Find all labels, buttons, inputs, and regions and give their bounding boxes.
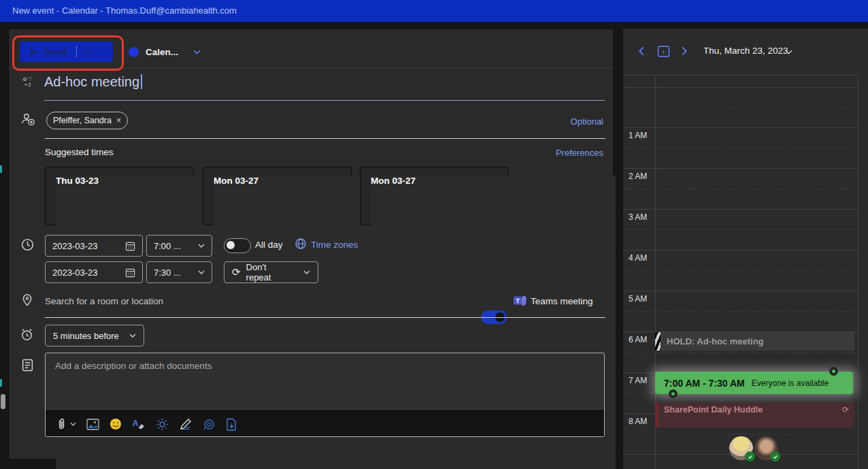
- teams-icon: T: [513, 293, 528, 308]
- calendar-color-dot: [129, 47, 139, 57]
- format-text-button[interactable]: A: [132, 418, 146, 430]
- send-button[interactable]: Send: [20, 42, 113, 62]
- calendar-picker-chevron-icon[interactable]: [193, 50, 201, 54]
- busy-event-title: SharePoint Daily Huddle: [664, 405, 854, 415]
- repeat-dropdown[interactable]: ⟳ Don't repeat: [224, 261, 318, 283]
- preferences-link[interactable]: Preferences: [556, 148, 603, 158]
- hour-label: 1 AM: [629, 131, 647, 140]
- window-titlebar: New event - Calendar - Thomas.Duff@cambi…: [0, 0, 868, 22]
- insert-image-button[interactable]: [86, 419, 99, 430]
- accepted-check-icon: [745, 451, 755, 462]
- hour-label: 6 AM: [629, 335, 647, 344]
- description-box: Add a description or attach documents A: [45, 353, 605, 437]
- grid-right-border: [858, 75, 858, 469]
- hour-line: [623, 127, 858, 128]
- draw-button[interactable]: [179, 418, 193, 430]
- location-pin-icon: [20, 293, 34, 307]
- all-day-toggle[interactable]: [224, 238, 251, 253]
- next-day-chevron-icon[interactable]: [682, 46, 688, 56]
- svg-text:T: T: [516, 297, 520, 304]
- suggested-times-heading: Suggested times: [45, 147, 114, 157]
- half-hour-line: [623, 352, 858, 353]
- start-time-dropdown[interactable]: 7:00 ...: [146, 235, 212, 257]
- resize-handle-bottom[interactable]: [669, 389, 678, 398]
- hour-line: [623, 250, 858, 250]
- remove-attendee-icon[interactable]: ×: [116, 116, 121, 125]
- end-date-field[interactable]: 2023-03-23: [45, 261, 143, 283]
- half-hour-line: [623, 434, 858, 434]
- hour-label: 4 AM: [629, 253, 647, 263]
- suggested-time-card[interactable]: Thu 03-23 12:00 PM - 12:30 PM Available:…: [45, 167, 194, 225]
- start-time-value: 7:00 ...: [154, 241, 181, 251]
- suggested-time-card[interactable]: Mon 03-27 7:00 AM - 7:30 AM Available: E…: [203, 167, 352, 225]
- document-download-icon: [226, 418, 237, 431]
- busy-event[interactable]: SharePoint Daily Huddle ⟳: [655, 402, 854, 427]
- edge-marker: [0, 165, 2, 173]
- go-to-today-icon[interactable]: [657, 45, 670, 58]
- attach-file-button[interactable]: [55, 417, 76, 431]
- event-title-input[interactable]: Ad-hoc meeting: [44, 74, 142, 90]
- reminder-dropdown[interactable]: 5 minutes before: [45, 325, 144, 346]
- pen-icon: [179, 418, 193, 430]
- teams-meeting-label: Teams meeting: [531, 296, 593, 306]
- hour-line: [623, 209, 858, 210]
- loop-icon: [203, 418, 216, 431]
- sun-icon: [156, 418, 169, 431]
- end-date-value: 2023-03-23: [52, 268, 98, 278]
- send-label: Send: [44, 47, 67, 57]
- reminder-value: 5 minutes before: [53, 331, 119, 341]
- location-divider: [45, 317, 605, 318]
- send-options-chevron-icon[interactable]: [84, 50, 91, 54]
- loop-component-button[interactable]: [203, 418, 216, 431]
- previous-day-chevron-icon[interactable]: [638, 46, 644, 56]
- accepted-check-icon: [770, 451, 780, 462]
- description-input[interactable]: Add a description or attach documents: [46, 353, 604, 410]
- half-hour-line: [623, 189, 858, 189]
- chevron-down-icon: [70, 422, 76, 426]
- attendee-avatar[interactable]: [729, 436, 753, 460]
- title-underline: [44, 100, 605, 101]
- date-picker-icon[interactable]: [125, 241, 135, 251]
- chevron-down-icon: [303, 270, 310, 274]
- time-zones-link[interactable]: Time zones: [311, 240, 358, 250]
- paperclip-icon: [55, 417, 67, 431]
- day-view-date[interactable]: Thu, March 23, 2023: [703, 46, 788, 56]
- clock-icon: [20, 238, 35, 252]
- chevron-down-icon: [198, 244, 205, 248]
- left-scrollbar-thumb[interactable]: [1, 394, 5, 409]
- editor-button[interactable]: [156, 418, 169, 431]
- resize-handle-top[interactable]: [829, 367, 838, 376]
- half-hour-line: [623, 270, 858, 271]
- chevron-down-icon: [198, 270, 205, 274]
- svg-text:A: A: [133, 419, 139, 428]
- emoji-button[interactable]: [110, 418, 122, 430]
- all-day-label: All day: [255, 240, 283, 250]
- event-emoji-icon[interactable]: ⊘♡+2: [22, 77, 33, 88]
- half-hour-line: [623, 311, 858, 312]
- event-compose-panel: Send Calen... ⊘♡+2 Ad-hoc meeting Pfeiff…: [8, 29, 614, 459]
- attendee-chip[interactable]: Pfeiffer, Sandra ×: [46, 112, 128, 129]
- selected-time-slot[interactable]: 7:00 AM - 7:30 AM Everyone is available: [655, 372, 853, 394]
- hold-event[interactable]: HOLD: Ad-hoc meeting: [655, 332, 854, 351]
- suggested-time-card[interactable]: Mon 03-27 7:30 AM - 8:00 AM Available: E…: [360, 167, 509, 225]
- end-time-dropdown[interactable]: 7:30 ...: [146, 261, 212, 283]
- description-icon: [21, 359, 34, 372]
- attendee-name: Pfeiffer, Sandra: [53, 116, 112, 125]
- calendar-picker-label: Calen...: [146, 47, 178, 57]
- start-date-value: 2023-03-23: [52, 241, 98, 251]
- location-input[interactable]: Search for a room or location: [45, 296, 163, 306]
- start-date-field[interactable]: 2023-03-23: [45, 235, 143, 257]
- edge-marker: [0, 379, 2, 387]
- text-caret: [141, 74, 142, 89]
- date-dropdown-chevron-icon[interactable]: [785, 50, 792, 54]
- optional-attendees-link[interactable]: Optional: [571, 116, 603, 127]
- send-split-divider: [76, 46, 77, 58]
- recurring-icon: ⟳: [842, 405, 849, 415]
- date-picker-icon[interactable]: [125, 268, 135, 278]
- half-hour-line: [623, 107, 858, 108]
- add-attendees-icon: [20, 111, 36, 127]
- attendee-avatar[interactable]: [754, 436, 778, 460]
- insert-document-button[interactable]: [226, 418, 237, 431]
- selected-slot-note: Everyone is available: [752, 378, 829, 388]
- calendar-picker[interactable]: Calen...: [129, 42, 201, 62]
